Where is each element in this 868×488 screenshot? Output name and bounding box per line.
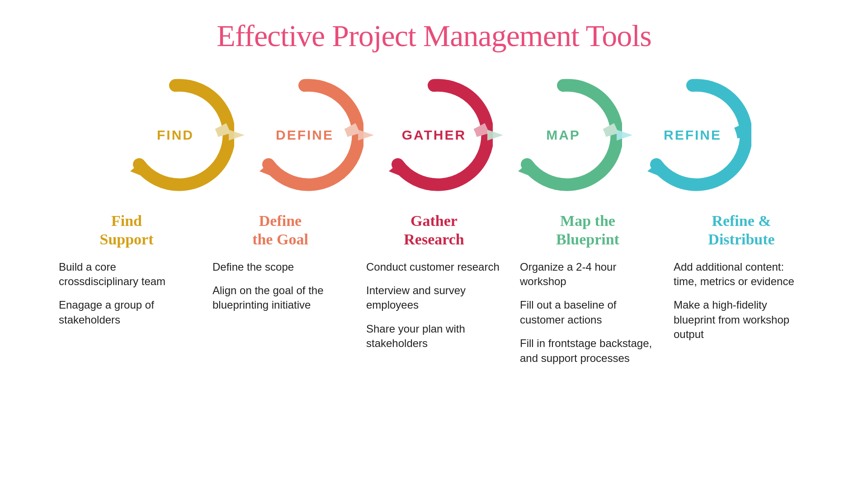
svg-marker-3 [358,130,374,141]
circle-refine: REFINE [634,76,751,194]
column-refine: Refine &Distribute Add additional conten… [665,212,818,366]
refine-item-2: Make a high-fidelity blueprint from work… [674,298,809,342]
circle-label-find: FIND [157,127,194,143]
col-title-refine: Refine &Distribute [674,212,809,249]
content-row: FindSupport Build a core crossdisciplina… [27,212,841,366]
circle-label-define: DEFINE [276,127,334,143]
circle-label-refine: REFINE [664,127,722,143]
circle-gather: GATHER [375,76,493,194]
col-items-gather: Conduct customer research Interview and … [366,260,502,351]
column-define: Definethe Goal Define the scope Align on… [203,212,357,366]
connector-3 [487,126,510,144]
circle-wrapper-define: DEFINE [246,76,363,194]
page-title: Effective Project Management Tools [217,18,651,54]
col-items-find: Build a core crossdisciplinary team Enag… [59,260,194,328]
circle-define: DEFINE [246,76,363,194]
svg-marker-1 [229,130,245,141]
page: Effective Project Management Tools FIND [0,0,868,488]
gather-item-1: Conduct customer research [366,260,502,274]
circle-wrapper-refine: REFINE [634,76,751,194]
column-gather: GatherResearch Conduct customer research… [357,212,511,366]
col-items-define: Define the scope Align on the goal of th… [212,260,348,313]
circles-row: FIND DEFINE [27,76,841,194]
find-item-1: Build a core crossdisciplinary team [59,260,194,289]
circle-label-map: MAP [546,127,580,143]
circle-wrapper-gather: GATHER [375,76,493,194]
circle-wrapper-map: MAP [505,76,622,194]
circle-find: FIND [117,76,234,194]
circle-map: MAP [505,76,622,194]
define-item-2: Align on the goal of the blueprinting in… [212,283,348,313]
svg-marker-7 [617,130,632,141]
gather-item-2: Interview and survey employees [366,283,502,313]
column-find: FindSupport Build a core crossdisciplina… [50,212,203,366]
connector-2 [358,126,381,144]
map-item-2: Fill out a baseline of customer actions [520,298,656,327]
find-item-2: Enagage a group of stakeholders [59,298,194,327]
gather-item-3: Share your plan with stakeholders [366,322,502,351]
refine-item-1: Add additional content: time, metrics or… [674,260,809,289]
svg-marker-5 [487,130,503,141]
define-item-1: Define the scope [212,260,348,274]
circle-label-gather: GATHER [402,127,466,143]
connector-1 [229,126,251,144]
map-item-3: Fill in frontstage backstage, and suppor… [520,336,656,366]
col-title-map: Map theBlueprint [520,212,656,249]
column-map: Map theBlueprint Organize a 2-4 hour wor… [511,212,665,366]
col-items-refine: Add additional content: time, metrics or… [674,260,809,342]
col-title-gather: GatherResearch [366,212,502,249]
circle-wrapper-find: FIND [117,76,234,194]
col-items-map: Organize a 2-4 hour workshop Fill out a … [520,260,656,366]
col-title-define: Definethe Goal [212,212,348,249]
map-item-1: Organize a 2-4 hour workshop [520,260,656,289]
col-title-find: FindSupport [59,212,194,249]
connector-4 [617,126,639,144]
